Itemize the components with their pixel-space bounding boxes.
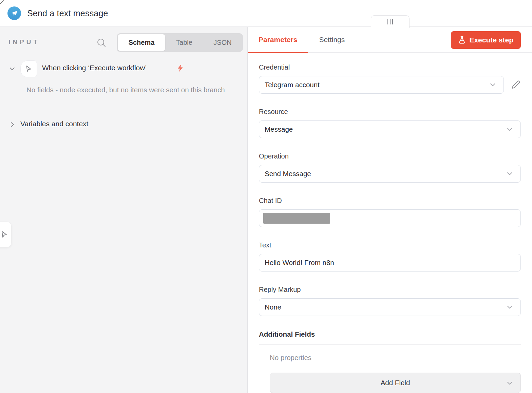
- add-field-button[interactable]: Add Field: [270, 373, 521, 393]
- no-properties-text: No properties: [270, 354, 521, 362]
- tab-schema[interactable]: Schema: [118, 34, 165, 51]
- mouse-pointer-icon: [25, 65, 33, 73]
- credential-label: Credential: [259, 63, 521, 72]
- flask-icon: [458, 36, 466, 44]
- resource-value: Message: [265, 125, 506, 133]
- resource-select[interactable]: Message: [259, 120, 521, 138]
- edit-credential-button[interactable]: [511, 80, 521, 90]
- mouse-pointer-icon: [0, 230, 9, 239]
- parameters-form: Credential Telegram account Resource: [248, 53, 532, 393]
- canvas-edge-line: [0, 0, 4, 5]
- operation-label: Operation: [259, 152, 521, 161]
- input-view-switcher: Schema Table JSON: [117, 33, 243, 52]
- chevron-down-icon: [506, 125, 514, 133]
- node-title: Send a text message: [27, 8, 108, 18]
- parameters-panel: Parameters Settings Execute step Credent…: [248, 27, 532, 393]
- operation-select[interactable]: Send Message: [259, 165, 521, 183]
- trigger-node-row: When clicking ‘Execute workflow’: [0, 60, 248, 77]
- canvas-node-peek[interactable]: [0, 222, 12, 247]
- lightning-bolt-icon: [177, 64, 184, 72]
- resource-label: Resource: [259, 108, 521, 116]
- tab-json[interactable]: JSON: [203, 34, 242, 51]
- tab-table[interactable]: Table: [165, 34, 203, 51]
- chevron-down-icon: [506, 170, 514, 178]
- input-panel-title: INPUT: [8, 38, 40, 46]
- panel-drag-handle[interactable]: [371, 15, 410, 28]
- text-value: Hello World! From n8n: [265, 259, 515, 267]
- reply-markup-select[interactable]: None: [259, 298, 521, 316]
- resource-field-group: Resource Message: [259, 108, 521, 138]
- execute-step-label: Execute step: [469, 36, 513, 44]
- pencil-icon: [511, 80, 521, 90]
- credential-value: Telegram account: [265, 81, 489, 89]
- input-panel: INPUT Schema Table JSON When clicking ‘E…: [0, 27, 248, 393]
- reply-markup-value: None: [265, 303, 506, 311]
- variables-and-context-row[interactable]: Variables and context: [0, 119, 248, 130]
- text-field-group: Text Hello World! From n8n: [259, 241, 521, 272]
- add-field-label: Add Field: [381, 379, 410, 387]
- operation-value: Send Message: [265, 170, 506, 178]
- additional-fields-heading: Additional Fields: [259, 330, 521, 345]
- no-fields-message: No fields - node executed, but no items …: [26, 85, 237, 95]
- chevron-down-icon: [489, 81, 497, 89]
- search-icon[interactable]: [96, 38, 107, 48]
- chat-id-redacted-value: [263, 213, 330, 224]
- credential-field-group: Credential Telegram account: [259, 63, 521, 94]
- operation-field-group: Operation Send Message: [259, 152, 521, 183]
- text-label: Text: [259, 241, 521, 249]
- drag-handle-icon: [387, 19, 388, 24]
- credential-select[interactable]: Telegram account: [259, 76, 504, 94]
- execute-step-button[interactable]: Execute step: [451, 31, 521, 49]
- chevron-right-icon: [9, 121, 16, 128]
- node-detail-header: Send a text message: [0, 0, 532, 27]
- trigger-node-title[interactable]: When clicking ‘Execute workflow’: [42, 64, 147, 72]
- chat-id-label: Chat ID: [259, 197, 521, 205]
- reply-markup-field-group: Reply Markup None: [259, 286, 521, 316]
- tab-parameters[interactable]: Parameters: [248, 27, 308, 53]
- parameters-tabs-row: Parameters Settings Execute step: [248, 27, 532, 53]
- telegram-icon: [7, 6, 21, 20]
- tab-settings[interactable]: Settings: [308, 27, 356, 53]
- variables-and-context-label: Variables and context: [20, 120, 88, 128]
- reply-markup-label: Reply Markup: [259, 286, 521, 294]
- chevron-down-icon: [506, 379, 514, 387]
- trigger-node-icon-box[interactable]: [20, 60, 37, 77]
- chat-id-field-group: Chat ID: [259, 197, 521, 227]
- chat-id-input[interactable]: [259, 209, 521, 227]
- chevron-down-icon[interactable]: [8, 65, 16, 73]
- chevron-down-icon: [506, 303, 514, 311]
- additional-fields-section: Additional Fields No properties Add Fiel…: [259, 330, 521, 393]
- text-input[interactable]: Hello World! From n8n: [259, 254, 521, 272]
